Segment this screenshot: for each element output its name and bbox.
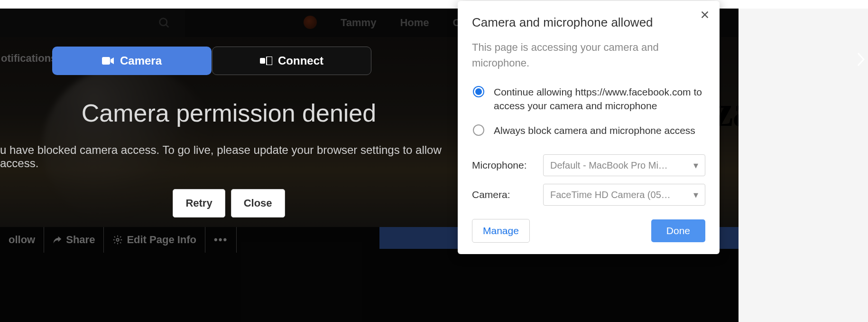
subnav-notifications[interactable]: otifications [1, 52, 56, 65]
tab-connect-label: Connect [278, 54, 323, 67]
permission-description: This page is accessing your camera and m… [472, 39, 705, 71]
camera-select[interactable]: FaceTime HD Camera (05… ▾ [543, 184, 705, 206]
option-block[interactable]: Always block camera and microphone acces… [472, 121, 705, 145]
follow-button[interactable]: ollow [0, 227, 44, 253]
tab-connect[interactable]: Connect [212, 47, 371, 75]
edit-label: Edit Page Info [127, 234, 196, 246]
chevron-right-icon [856, 51, 866, 67]
retry-button[interactable]: Retry [173, 189, 225, 218]
camera-row: Camera: FaceTime HD Camera (05… ▾ [472, 184, 705, 206]
camera-value: FaceTime HD Camera (05… [550, 189, 671, 200]
connect-icon [260, 57, 272, 65]
edit-page-button[interactable]: Edit Page Info [104, 227, 205, 253]
next-arrow[interactable] [854, 47, 868, 71]
option-allow[interactable]: Continue allowing https://www.facebook.c… [472, 82, 705, 121]
tab-camera-label: Camera [120, 54, 162, 67]
share-icon [53, 235, 62, 245]
microphone-row: Microphone: Default - MacBook Pro Mi… ▾ [472, 154, 705, 176]
share-label: Share [66, 234, 95, 246]
browser-permission-popup: Camera and microphone allowed This page … [458, 1, 720, 254]
svg-rect-3 [260, 58, 265, 64]
svg-point-5 [117, 238, 120, 241]
microphone-select[interactable]: Default - MacBook Pro Mi… ▾ [543, 154, 705, 176]
camera-icon [102, 56, 114, 66]
radio-selected-icon [473, 86, 484, 97]
done-button[interactable]: Done [651, 219, 705, 242]
chevron-down-icon: ▾ [693, 160, 698, 171]
chevron-down-icon: ▾ [693, 189, 698, 200]
tab-row: Camera Connect [52, 47, 371, 75]
denied-title: Camera permission denied [0, 99, 458, 127]
close-button[interactable]: Close [231, 189, 285, 218]
permission-options: Continue allowing https://www.facebook.c… [472, 82, 705, 145]
more-button[interactable]: ••• [205, 227, 237, 253]
share-button[interactable]: Share [44, 227, 104, 253]
option-block-label: Always block camera and microphone acces… [494, 123, 695, 137]
gear-icon [112, 235, 123, 245]
follow-label: ollow [9, 234, 35, 246]
page-actions: ollow Share Edit Page Info ••• [0, 227, 237, 253]
manage-button[interactable]: Manage [472, 219, 530, 243]
microphone-label: Microphone: [472, 160, 543, 171]
permission-title: Camera and microphone allowed [472, 15, 705, 30]
microphone-value: Default - MacBook Pro Mi… [550, 160, 668, 171]
browser-top-strip [0, 0, 868, 9]
denied-subtitle: u have blocked camera access. To go live… [0, 143, 458, 170]
svg-rect-4 [267, 57, 272, 65]
camera-label: Camera: [472, 189, 543, 200]
permission-actions: Manage Done [472, 219, 705, 243]
option-allow-label: Continue allowing https://www.facebook.c… [494, 85, 705, 113]
close-icon[interactable] [700, 9, 710, 20]
svg-rect-2 [102, 57, 110, 65]
tab-camera[interactable]: Camera [52, 47, 212, 75]
device-selects: Microphone: Default - MacBook Pro Mi… ▾ … [472, 154, 705, 206]
permission-denied-panel: Camera permission denied u have blocked … [0, 99, 458, 218]
radio-unselected-icon [473, 124, 484, 136]
denied-buttons: Retry Close [0, 189, 458, 218]
